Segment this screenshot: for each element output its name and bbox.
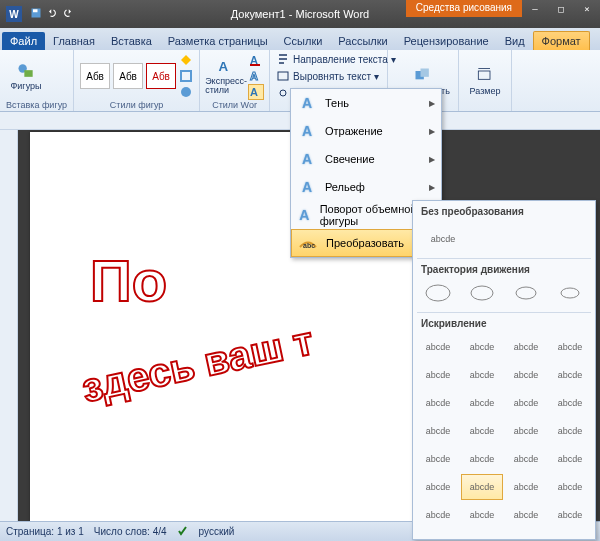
gallery-header-no-transform: Без преобразования <box>413 201 595 220</box>
text-fill-icon[interactable]: A <box>249 53 263 67</box>
transform-gallery: Без преобразования abcde Траектория движ… <box>412 200 596 540</box>
gallery-item-warp[interactable]: abcde <box>461 390 503 416</box>
gallery-item-warp[interactable]: abcde <box>417 446 459 472</box>
letter-a-icon: A <box>297 205 312 225</box>
wordart-styles-button[interactable]: A Экспресс- стили <box>206 53 246 99</box>
gallery-item-warp[interactable]: abcde <box>417 362 459 388</box>
gallery-item-path[interactable] <box>505 280 547 306</box>
gallery-item-warp[interactable]: abcde <box>549 474 591 500</box>
close-button[interactable]: × <box>574 0 600 18</box>
tab-insert[interactable]: Вставка <box>103 32 160 50</box>
gallery-item-warp[interactable]: abcde <box>461 418 503 444</box>
status-page[interactable]: Страница: 1 из 1 <box>6 526 84 537</box>
svg-point-18 <box>516 287 536 299</box>
gallery-item-warp[interactable]: abcde <box>461 502 503 528</box>
letter-a-icon: A <box>297 121 317 141</box>
gallery-item-warp[interactable]: abcde <box>505 362 547 388</box>
svg-text:abc: abc <box>303 242 315 249</box>
menu-item-label: Отражение <box>325 125 383 137</box>
size-button[interactable]: Размер <box>465 58 505 104</box>
svg-rect-14 <box>478 71 490 79</box>
wordart-text-2[interactable]: здесь ваш т <box>78 318 318 411</box>
tab-review[interactable]: Рецензирование <box>396 32 497 50</box>
text-effects-menu-item[interactable]: AТень▶ <box>291 89 441 117</box>
svg-rect-4 <box>181 71 191 81</box>
gallery-item-warp[interactable]: abcde <box>505 390 547 416</box>
gallery-item-warp[interactable]: abcde <box>505 446 547 472</box>
gallery-item-path[interactable] <box>461 280 503 306</box>
shape-outline-icon[interactable] <box>179 69 193 83</box>
svg-text:A: A <box>250 86 258 98</box>
quick-access-toolbar <box>30 7 74 21</box>
svg-point-5 <box>181 87 191 97</box>
gallery-item-warp[interactable]: abcde <box>549 418 591 444</box>
undo-icon[interactable] <box>46 7 58 21</box>
tab-references[interactable]: Ссылки <box>276 32 331 50</box>
svg-text:A: A <box>250 70 258 82</box>
group-insert-shapes: Фигуры Вставка фигур <box>0 50 74 111</box>
status-words[interactable]: Число слов: 4/4 <box>94 526 167 537</box>
text-effects-menu-item[interactable]: AСвечение▶ <box>291 145 441 173</box>
gallery-item-warp[interactable]: abcde <box>417 502 459 528</box>
gallery-item-warp[interactable]: abcde <box>417 418 459 444</box>
gallery-item-path[interactable] <box>549 280 591 306</box>
group-size: Размер <box>459 50 512 111</box>
style-thumb-2[interactable]: Абв <box>113 63 143 89</box>
status-spellcheck-icon[interactable] <box>177 525 189 539</box>
svg-rect-1 <box>33 9 38 12</box>
shapes-button-label: Фигуры <box>10 81 41 91</box>
shapes-button[interactable]: Фигуры <box>6 53 46 99</box>
text-effects-menu-item[interactable]: AРельеф▶ <box>291 173 441 201</box>
gallery-item-warp[interactable]: abcde <box>417 334 459 360</box>
group-insert-shapes-label: Вставка фигур <box>6 100 67 111</box>
maximize-button[interactable]: □ <box>548 0 574 18</box>
gallery-item-warp[interactable]: abcde <box>461 446 503 472</box>
redo-icon[interactable] <box>62 7 74 21</box>
minimize-button[interactable]: — <box>522 0 548 18</box>
gallery-item-warp[interactable]: abcde <box>549 390 591 416</box>
shape-effects-icon[interactable] <box>179 85 193 99</box>
style-thumb-1[interactable]: Абв <box>80 63 110 89</box>
gallery-item-warp[interactable]: abcde <box>505 418 547 444</box>
gallery-item-path[interactable] <box>417 280 459 306</box>
tab-file[interactable]: Файл <box>2 32 45 50</box>
gallery-item-warp[interactable]: abcde <box>549 446 591 472</box>
gallery-header-path: Траектория движения <box>413 259 595 278</box>
gallery-item-warp[interactable]: abcde <box>461 334 503 360</box>
tab-format[interactable]: Формат <box>533 31 590 50</box>
submenu-arrow-icon: ▶ <box>429 99 435 108</box>
gallery-item-warp[interactable]: abcde <box>549 334 591 360</box>
gallery-item-no-transform[interactable]: abcde <box>421 226 465 252</box>
shape-fill-icon[interactable] <box>179 53 193 67</box>
gallery-item-warp[interactable]: abcde <box>417 474 459 500</box>
gallery-item-warp[interactable]: abcde <box>505 334 547 360</box>
status-language[interactable]: русский <box>199 526 235 537</box>
text-outline-icon[interactable]: A <box>249 69 263 83</box>
tab-mailings[interactable]: Рассылки <box>330 32 395 50</box>
title-bar: W Документ1 - Microsoft Word Средства ри… <box>0 0 600 28</box>
style-thumb-3[interactable]: Абв <box>146 63 176 89</box>
gallery-item-warp[interactable]: abcde <box>505 502 547 528</box>
menu-item-label: Тень <box>325 97 349 109</box>
menu-item-label: Рельеф <box>325 181 365 193</box>
gallery-item-warp[interactable]: abcde <box>549 502 591 528</box>
tab-page-layout[interactable]: Разметка страницы <box>160 32 276 50</box>
svg-rect-13 <box>421 69 429 77</box>
text-effects-menu-item[interactable]: AОтражение▶ <box>291 117 441 145</box>
gallery-item-warp[interactable]: abcde <box>417 390 459 416</box>
text-direction-button[interactable]: Направление текста ▾ <box>276 52 396 66</box>
gallery-item-warp[interactable]: abcde <box>461 474 503 500</box>
menu-item-label: Свечение <box>325 153 375 165</box>
gallery-item-warp[interactable]: abcde <box>505 474 547 500</box>
menu-item-label: Поворот объемной фигуры <box>320 203 421 227</box>
text-effects-icon[interactable]: A <box>249 85 263 99</box>
align-text-button[interactable]: Выровнять текст ▾ <box>276 69 396 83</box>
letter-a-icon: A <box>297 177 317 197</box>
tab-home[interactable]: Главная <box>45 32 103 50</box>
gallery-item-warp[interactable]: abcde <box>461 362 503 388</box>
letter-a-icon: abc <box>298 233 318 253</box>
gallery-item-warp[interactable]: abcde <box>549 362 591 388</box>
save-icon[interactable] <box>30 7 42 21</box>
tab-view[interactable]: Вид <box>497 32 533 50</box>
wordart-text-1[interactable]: По <box>90 247 167 314</box>
